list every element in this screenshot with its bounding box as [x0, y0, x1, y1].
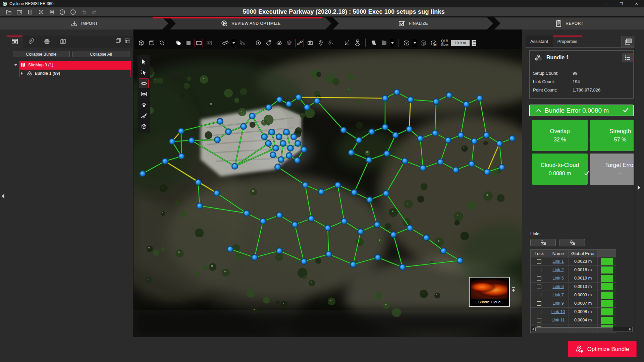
- setup-node[interactable]: [438, 160, 443, 165]
- setup-node[interactable]: [341, 128, 346, 133]
- horizontal-scrollbar[interactable]: [530, 327, 633, 332]
- show-links-icon[interactable]: [296, 39, 304, 47]
- overlap-tile[interactable]: Overlap 32 %: [532, 120, 588, 151]
- setup-node[interactable]: [369, 129, 374, 134]
- setup-node[interactable]: [375, 255, 380, 260]
- column-global-error[interactable]: Global Error: [569, 250, 598, 257]
- setup-node[interactable]: [375, 222, 380, 227]
- setup-node[interactable]: [424, 235, 429, 240]
- collapse-left-panel-arrow[interactable]: [2, 194, 4, 198]
- setup-node[interactable]: [226, 129, 231, 134]
- setup-node[interactable]: [277, 248, 282, 253]
- minimize-button[interactable]: –: [599, 0, 614, 7]
- tab-finalize[interactable]: FINALIZE: [333, 17, 493, 29]
- camera-icon[interactable]: [306, 39, 314, 47]
- setup-node[interactable]: [281, 141, 286, 146]
- setup-node[interactable]: [286, 102, 291, 107]
- tab-attachments[interactable]: [23, 36, 39, 48]
- setup-node[interactable]: [499, 165, 504, 170]
- setup-node[interactable]: [484, 133, 489, 138]
- tree-item-sitemap[interactable]: SiteMap 3 (1): [7, 61, 133, 69]
- settings-gear-icon[interactable]: [38, 9, 44, 15]
- setup-node[interactable]: [277, 97, 282, 102]
- zoom-fit-icon[interactable]: [158, 39, 166, 47]
- setup-node[interactable]: [326, 252, 331, 257]
- setup-node[interactable]: [170, 139, 175, 144]
- link-row[interactable]: Link 100.0008 m: [531, 307, 616, 316]
- setup-node[interactable]: [261, 219, 266, 224]
- link-name[interactable]: Link 5: [552, 276, 564, 281]
- setup-node[interactable]: [391, 232, 396, 237]
- setup-node[interactable]: [367, 197, 372, 202]
- setup-node[interactable]: [275, 165, 280, 170]
- optimize-bundle-button[interactable]: Optimize Bundle: [568, 341, 637, 357]
- setup-node[interactable]: [469, 162, 474, 167]
- setup-node[interactable]: [352, 190, 357, 195]
- link-row[interactable]: Link 110.0004 m: [531, 316, 616, 324]
- setup-node[interactable]: [358, 229, 363, 234]
- setup-node[interactable]: [472, 139, 477, 144]
- solid-view-icon[interactable]: [184, 39, 193, 47]
- link-name[interactable]: Link 11: [551, 318, 565, 322]
- setup-node[interactable]: [510, 136, 515, 141]
- link-row[interactable]: Link 130.0006 m: [531, 333, 616, 334]
- collapse-bundle-button[interactable]: Collapse Bundle: [13, 51, 70, 57]
- show-mesh-icon[interactable]: [285, 39, 293, 47]
- select-cursor-icon[interactable]: [139, 57, 149, 67]
- setup-node[interactable]: [179, 129, 184, 134]
- maximize-button[interactable]: ❐: [614, 0, 629, 7]
- setup-node[interactable]: [335, 183, 340, 188]
- setup-node[interactable]: [434, 99, 439, 104]
- limit-box-icon[interactable]: [402, 39, 411, 47]
- setup-node[interactable]: [271, 153, 276, 158]
- lock-checkbox[interactable]: [537, 318, 541, 322]
- setup-node[interactable]: [446, 138, 451, 143]
- lock-checkbox[interactable]: [537, 301, 541, 306]
- tab-project-tree[interactable]: [7, 36, 23, 48]
- setup-spheres-icon[interactable]: [174, 39, 182, 47]
- multi-select-cursor-icon[interactable]: [139, 68, 149, 77]
- unlock-all-links-button[interactable]: [559, 239, 585, 246]
- setup-node[interactable]: [400, 265, 405, 270]
- close-project-icon[interactable]: [16, 9, 22, 15]
- setup-node[interactable]: [163, 159, 168, 164]
- lock-checkbox[interactable]: [537, 268, 541, 272]
- fly-tool-icon[interactable]: [139, 111, 149, 120]
- lock-checkbox[interactable]: [537, 259, 541, 264]
- scroll-thumb[interactable]: [535, 327, 613, 331]
- setup-node[interactable]: [357, 138, 362, 143]
- setup-node[interactable]: [384, 191, 389, 196]
- setup-node[interactable]: [485, 170, 490, 175]
- collapse-all-button[interactable]: Collapse All: [72, 51, 129, 57]
- column-lock[interactable]: Lock: [531, 250, 548, 257]
- setup-panel-icon[interactable]: [369, 39, 378, 47]
- limit-box-dropdown[interactable]: [413, 39, 417, 47]
- dock-panel-icon[interactable]: [124, 38, 130, 45]
- measure-icon[interactable]: [221, 39, 229, 47]
- setup-node[interactable]: [196, 180, 201, 185]
- scroll-right-arrow[interactable]: [629, 328, 631, 330]
- lock-checkbox[interactable]: [537, 293, 541, 297]
- target-error-tile[interactable]: Target Error --: [590, 154, 634, 185]
- setup-node[interactable]: [393, 133, 398, 138]
- lock-checkbox[interactable]: [537, 310, 541, 314]
- link-row[interactable]: Link 60.0013 m: [531, 282, 616, 291]
- undo-icon[interactable]: [80, 9, 87, 15]
- setup-node[interactable]: [262, 134, 267, 139]
- image-view-icon[interactable]: [205, 39, 213, 47]
- setup-node[interactable]: [303, 183, 308, 188]
- setup-node[interactable]: [252, 255, 257, 260]
- setup-node[interactable]: [279, 157, 284, 162]
- lock-all-links-button[interactable]: [530, 239, 556, 246]
- setup-node[interactable]: [266, 141, 271, 146]
- selection-box-icon[interactable]: [380, 39, 388, 47]
- setup-node[interactable]: [305, 105, 310, 110]
- geotag-pin-icon[interactable]: [316, 39, 325, 47]
- link-name[interactable]: Link 6: [552, 284, 564, 289]
- setup-node[interactable]: [288, 146, 293, 151]
- panorama-view-icon[interactable]: [195, 39, 203, 47]
- setup-node[interactable]: [394, 90, 399, 95]
- cloud-to-cloud-tile[interactable]: Cloud-to-Cloud 0.0080 m: [532, 154, 588, 185]
- thumbnail-expand-icon[interactable]: [512, 287, 516, 294]
- setup-node[interactable]: [302, 147, 307, 152]
